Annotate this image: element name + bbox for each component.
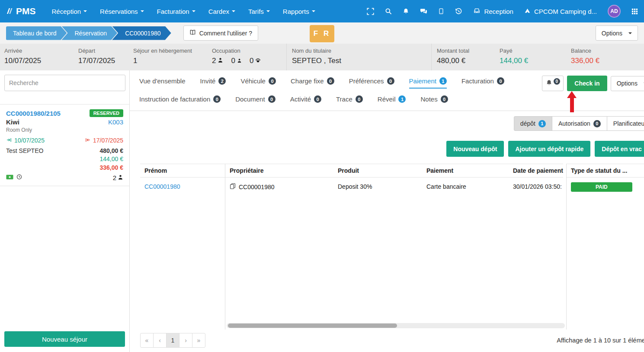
column-header-status: Type de statut du ... [567,164,644,178]
tab-trace[interactable]: Trace0 [336,95,363,107]
scrollbar-thumb[interactable] [228,323,397,328]
menu-cardex[interactable]: Cardex [202,0,242,22]
card-balance-amount: 336,00 € [6,164,123,171]
tab-options-button[interactable]: Options [611,76,644,91]
pagination-last[interactable]: » [192,333,205,348]
property-label: CPCOM Camping d... [534,8,597,15]
bulk-deposit-button[interactable]: Dépôt en vrac [595,141,644,157]
breadcrumb: Tableau de bord Réservation CC00001980 [6,26,171,40]
card-arrival-date: 10/07/2025 [14,137,45,144]
tab-facturation[interactable]: Facturation0 [461,77,504,89]
tab-activite[interactable]: Activité0 [290,95,321,107]
summary-departure: Départ 17/07/2025 [78,48,133,70]
apps-grid-icon[interactable] [631,8,638,15]
menu-facturation[interactable]: Facturation [151,0,202,22]
check-out-arrow-icon [85,137,91,144]
tab-notes[interactable]: Notes0 [420,95,448,107]
language-flag-badge[interactable]: F R [310,25,334,42]
tab-badge: 0 [497,77,504,85]
chat-icon[interactable] [420,8,427,15]
breadcrumb-reservation[interactable]: Réservation [61,26,117,40]
chevron-down-icon [312,10,315,12]
tab-badge: 0 [327,77,334,85]
mobile-device-icon[interactable] [438,8,444,15]
fullscreen-icon[interactable] [367,8,374,15]
deposit-reference-link[interactable]: CC00001980 [144,183,180,190]
card-paid-amount: 144,00 € [6,155,123,162]
options-label: Options [617,80,638,87]
menu-reservations[interactable]: Réservations [93,0,151,22]
quick-deposit-button[interactable]: Ajouter un dépôt rapide [508,141,590,157]
new-deposit-button[interactable]: Nouveau dépôt [446,141,504,157]
pagination: « ‹ 1 › » [140,333,205,348]
accommodation-name: Kiwi [6,118,19,126]
adults-count: 2 [212,57,216,65]
tab-charge-fixe[interactable]: Charge fixe0 [291,77,334,89]
menu-reception[interactable]: Réception [45,0,94,22]
tab-vue-densemble[interactable]: Vue d'ensemble [139,77,186,89]
reservation-card[interactable]: CC00001980/2105 RESERVED Kiwi K003 Room … [0,104,129,186]
copy-document-icon[interactable] [230,183,236,190]
breadcrumb-dashboard[interactable]: Tableau de bord [6,26,67,40]
history-icon[interactable] [455,8,462,15]
how-to-use-button[interactable]: Comment l'utiliser ? [183,25,259,41]
search-input[interactable] [4,75,125,91]
breadcrumb-reservation-number[interactable]: CC00001980 [112,26,171,40]
paw-icon [255,57,261,65]
product-cell-value: Deposit 30% [333,178,422,196]
pets-count: 0 [250,57,253,65]
tab-instruction-facturation[interactable]: Instruction de facturation0 [139,95,221,107]
check-in-button[interactable]: Check in [567,76,607,91]
tab-badge: 0 [213,95,221,103]
status-badge: RESERVED [90,109,123,117]
pagination-page-1[interactable]: 1 [166,333,179,348]
app-logo[interactable]: PMS [6,6,36,16]
search-icon[interactable] [385,8,392,15]
menu-tarifs[interactable]: Tarifs [242,0,276,22]
card-departure-date: 17/07/2025 [93,137,123,144]
card-total-amount: 480,00 € [100,147,124,154]
subtab-badge: 1 [538,120,546,127]
header-options-button[interactable]: Options [596,25,638,41]
tab-paiement[interactable]: Paiement1 [409,77,447,89]
pagination-next[interactable]: › [179,333,192,348]
tab-invite[interactable]: Invité2 [200,77,226,89]
table-row: CC00001980 Deposit 30% Carte bancaire 30… [225,178,566,196]
alarm-button[interactable]: 0 [542,76,564,91]
owner-cell-value: CC00001980 [239,184,275,190]
column-header-date: Date de paiement [509,164,563,178]
tab-badge: 0 [269,77,276,85]
column-header-product: Produit [333,164,422,178]
tab-document[interactable]: Document0 [235,95,275,107]
summary-total: Montant total 480,00 € [431,44,500,70]
subtab-autorisation[interactable]: Autorisation0 [552,116,607,131]
options-label: Options [602,30,622,37]
tab-preferences[interactable]: Préférences0 [349,77,394,89]
summary-occupation: Occupation 2 0 0 [212,48,286,70]
card-occupancy-count: 2 [113,174,116,181]
bell-icon [546,79,552,88]
subtab-planificateur[interactable]: Planificateur [607,116,644,131]
chevron-down-icon [192,10,195,12]
tab-vehicule[interactable]: Véhicule0 [240,77,276,89]
reservation-actions: 0 Check in Options [542,76,644,91]
notifications-bell-icon[interactable] [403,8,409,15]
room-number: K003 [108,118,123,126]
pagination-info: Affichage de 1 à 10 sur 1 élément [557,337,644,344]
alarm-clock-icon [16,174,22,181]
new-stay-button[interactable]: Nouveau séjour [4,331,125,347]
divider [130,111,644,111]
pagination-prev[interactable]: ‹ [153,333,167,348]
guest-name: Test SEPTEO [6,147,43,154]
summary-arrival: Arrivée 10/07/2025 [4,48,78,70]
subtab-depot[interactable]: dépôt1 [514,116,552,131]
pagination-first[interactable]: « [140,333,154,348]
user-avatar[interactable]: AD [608,5,621,18]
menu-rapports[interactable]: Rapports [276,0,322,22]
property-selector[interactable]: CPCOM Camping d... [524,8,597,15]
chevron-down-icon [83,10,87,12]
alarm-badge: 0 [554,78,560,85]
chevron-down-icon [628,32,632,34]
tab-reveil[interactable]: Réveil1 [378,95,406,107]
reception-desk-button[interactable]: Reception [473,7,513,15]
